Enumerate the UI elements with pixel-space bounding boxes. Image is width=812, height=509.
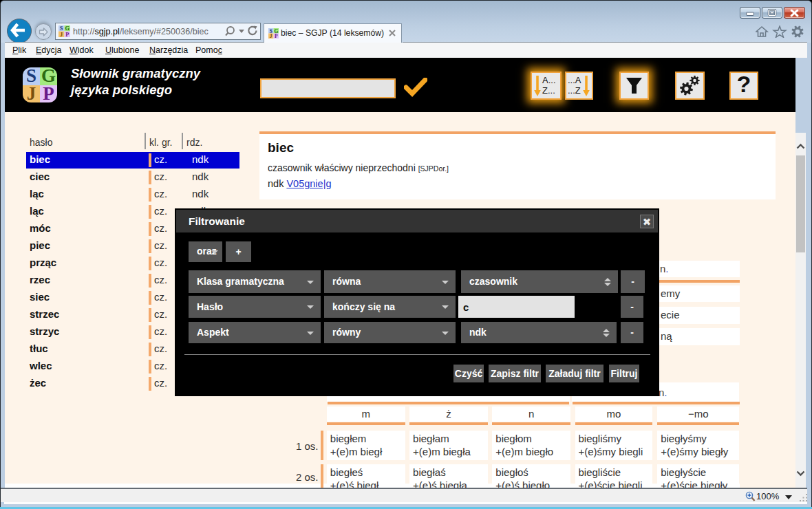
svg-text:J: J bbox=[60, 32, 63, 37]
svg-text:...Z: ...Z bbox=[568, 85, 581, 96]
svg-text:A...: A... bbox=[542, 75, 556, 85]
svg-text:Z...: Z... bbox=[542, 85, 555, 96]
svg-text:J: J bbox=[270, 33, 273, 39]
svg-text:...A: ...A bbox=[568, 75, 581, 85]
svg-text:P: P bbox=[275, 33, 278, 39]
svg-text:P: P bbox=[65, 32, 69, 37]
